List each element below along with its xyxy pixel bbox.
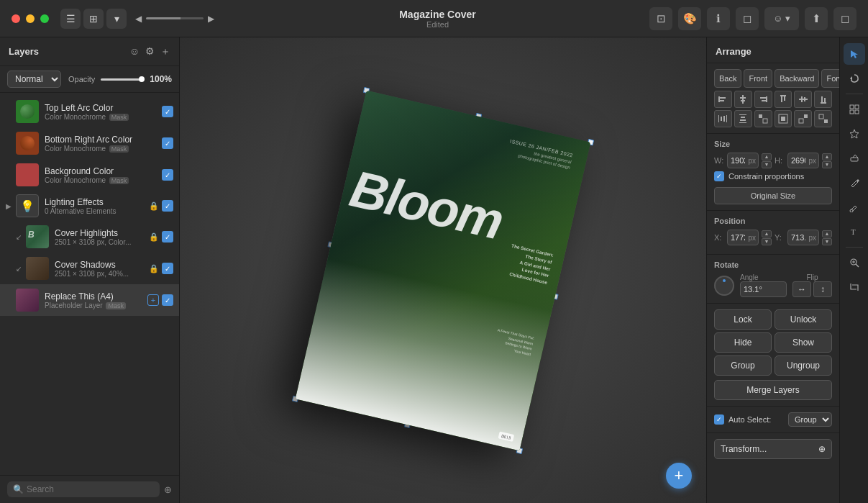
back-button[interactable]: Back: [714, 69, 741, 88]
merge-layers-button[interactable]: Merge Layers: [714, 380, 832, 400]
hide-button[interactable]: Hide: [714, 332, 772, 353]
layer-sub: 2501 × 3108 px, Color...: [55, 238, 149, 246]
flip-horizontal-button[interactable]: ↔: [792, 281, 811, 297]
height-step-up[interactable]: ▲: [822, 153, 832, 160]
rotate-tool-button[interactable]: [844, 68, 865, 89]
show-button[interactable]: Show: [775, 332, 832, 353]
transform-button[interactable]: Transform... ⊕: [714, 439, 832, 459]
grid-tool-button[interactable]: [844, 99, 865, 120]
layers-emoji-icon[interactable]: ☺: [129, 45, 140, 58]
constrain-checkbox[interactable]: ✓: [714, 171, 724, 181]
align-top-button[interactable]: [775, 91, 792, 108]
lock-button[interactable]: Lock: [714, 309, 772, 330]
share-button[interactable]: ⬆: [805, 7, 828, 30]
height-step-down[interactable]: ▼: [822, 161, 832, 168]
text-tool-button[interactable]: T: [844, 221, 865, 243]
align-br-button[interactable]: [814, 110, 832, 127]
x-step-down[interactable]: ▼: [762, 238, 772, 245]
unlock-button[interactable]: Unlock: [775, 309, 832, 330]
select-tool-button[interactable]: [844, 43, 865, 65]
x-input[interactable]: [727, 230, 759, 245]
layer-visibility-check[interactable]: ✓: [162, 169, 173, 181]
layer-lock-icon: 🔒: [149, 264, 159, 273]
template-button[interactable]: ◻: [736, 7, 759, 30]
rotate-dial[interactable]: [714, 276, 734, 296]
zoom-slider[interactable]: [146, 17, 204, 19]
layer-expand-icon[interactable]: ↙: [16, 265, 26, 273]
y-step-down[interactable]: ▼: [822, 238, 832, 245]
layer-item[interactable]: Bottom Right Arc Color Color Monochrome …: [0, 127, 179, 159]
pen-tool-button[interactable]: [844, 172, 865, 194]
layer-visibility-check[interactable]: ✓: [162, 137, 173, 149]
group-button[interactable]: Group: [714, 355, 772, 376]
aspect-ratio-button[interactable]: ⊡: [649, 7, 672, 30]
add-element-button[interactable]: +: [666, 463, 692, 489]
align-center-h-button[interactable]: [734, 91, 752, 108]
align-tr-button[interactable]: [794, 110, 812, 127]
distribute-v-button[interactable]: [734, 110, 752, 127]
layer-group-item[interactable]: ▶ 💡 Lighting Effects 0 Alternative Eleme…: [0, 191, 179, 221]
maximize-button[interactable]: [40, 14, 49, 23]
zoom-tool-button[interactable]: [844, 252, 865, 273]
layers-add-icon[interactable]: ＋: [160, 45, 170, 58]
opacity-slider[interactable]: [101, 78, 144, 81]
info-button[interactable]: ℹ: [707, 7, 730, 30]
width-input[interactable]: [727, 153, 759, 168]
width-step-down[interactable]: ▼: [762, 161, 772, 168]
zoom-in-icon[interactable]: ▶: [208, 14, 214, 24]
align-tl-button[interactable]: [754, 110, 772, 127]
distribute-h-button[interactable]: [714, 110, 732, 127]
layer-item[interactable]: Replace This (A4) Placeholder Layer Mask…: [0, 284, 179, 316]
original-size-button[interactable]: Original Size: [714, 187, 832, 204]
align-right-button[interactable]: [754, 91, 772, 108]
svg-rect-39: [851, 158, 858, 161]
search-filter-icon[interactable]: ⊕: [164, 484, 172, 495]
star-tool-button[interactable]: [844, 123, 865, 145]
front-button[interactable]: Front: [744, 69, 772, 88]
layer-visibility-check[interactable]: ✓: [162, 200, 173, 212]
paint-tool-button[interactable]: [844, 196, 865, 218]
auto-select-dropdown[interactable]: Group Layer: [788, 412, 832, 427]
align-bottom-button[interactable]: [814, 91, 832, 108]
y-input[interactable]: [787, 230, 819, 245]
layer-item[interactable]: Top Left Arc Color Color Monochrome Mask…: [0, 96, 179, 127]
layer-item[interactable]: ↙ Cover Highlights 2501 × 3108 px, Color…: [10, 221, 179, 253]
sidebar-toggle-button[interactable]: ☰: [60, 9, 81, 29]
ungroup-button[interactable]: Ungroup: [775, 355, 832, 376]
close-button[interactable]: [12, 14, 20, 23]
auto-select-checkbox[interactable]: ✓: [714, 414, 724, 425]
backward-button[interactable]: Backward: [775, 69, 819, 88]
layer-item[interactable]: ↙ Cover Shadows 2501 × 3108 px, 40%... 🔒…: [10, 253, 179, 284]
layer-visibility-check[interactable]: ✓: [162, 294, 173, 306]
forward-button[interactable]: Forward: [821, 69, 839, 88]
eraser-tool-button[interactable]: [844, 148, 865, 169]
layers-settings-icon[interactable]: ⚙: [145, 45, 155, 58]
flip-vertical-button[interactable]: ↕: [813, 281, 832, 297]
share-options-button[interactable]: ☺ ▾: [764, 7, 799, 30]
width-step-up[interactable]: ▲: [762, 153, 772, 160]
align-center-button[interactable]: [775, 110, 792, 127]
height-input[interactable]: [787, 153, 819, 168]
crop-tool-button[interactable]: [844, 276, 865, 298]
view-options-button[interactable]: ▾: [106, 9, 127, 29]
window-toggle-button[interactable]: ◻: [833, 7, 856, 30]
canvas-area[interactable]: ISSUE 26 JAN/FEB 2022 the greatest gener…: [180, 37, 706, 503]
layer-visibility-check[interactable]: ✓: [162, 263, 173, 274]
align-left-button[interactable]: [714, 91, 732, 108]
minimize-button[interactable]: [26, 14, 35, 23]
layer-item[interactable]: Background Color Color Monochrome Mask ✓: [0, 159, 179, 191]
layer-visibility-check[interactable]: ✓: [162, 231, 173, 243]
layer-visibility-check[interactable]: ✓: [162, 106, 173, 117]
y-step-up[interactable]: ▲: [822, 230, 832, 237]
color-picker-button[interactable]: 🎨: [678, 7, 701, 30]
x-step-up[interactable]: ▲: [762, 230, 772, 237]
layer-add-button[interactable]: +: [147, 294, 159, 306]
align-middle-v-button[interactable]: [794, 91, 812, 108]
angle-input[interactable]: [740, 281, 787, 297]
zoom-out-icon[interactable]: ◀: [135, 14, 142, 24]
layer-expand-icon[interactable]: ▶: [6, 202, 16, 210]
blend-mode-select[interactable]: Normal Multiply Screen: [7, 71, 61, 88]
search-input[interactable]: [27, 484, 154, 494]
layer-expand-icon[interactable]: ↙: [16, 233, 26, 241]
layers-view-button[interactable]: ⊞: [83, 9, 104, 29]
